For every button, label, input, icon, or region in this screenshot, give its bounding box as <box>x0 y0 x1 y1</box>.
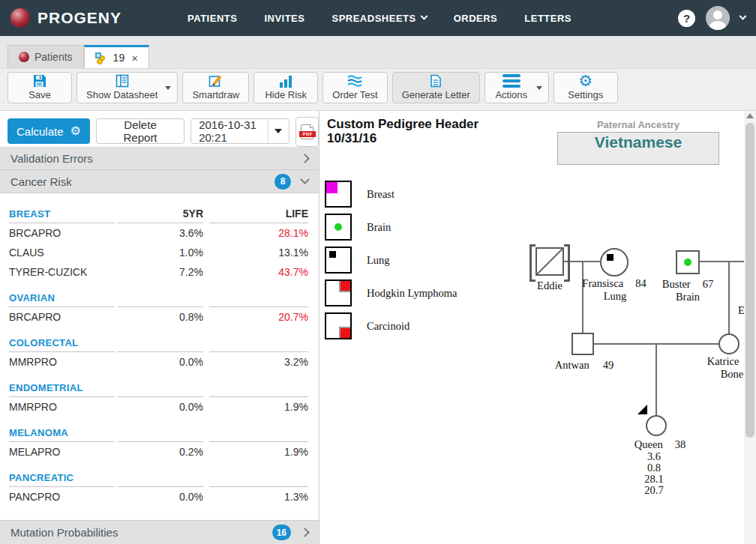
person-antwan-label: Antwan49 <box>543 359 626 372</box>
smartdraw-button[interactable]: Smartdraw <box>182 72 249 103</box>
floppy-disk-icon <box>33 74 46 88</box>
order-test-button[interactable]: Order Test <box>322 72 387 103</box>
vertical-scrollbar[interactable] <box>744 111 756 544</box>
document-icon <box>430 74 442 88</box>
datasheet-icon <box>116 74 129 88</box>
table-row: CLAUS 1.0% 13.1% <box>9 243 308 262</box>
patients-tab-icon <box>19 52 29 62</box>
report-date-value: 2016-10-31 20:21 <box>199 118 261 144</box>
legend-item-brain: Brain <box>325 214 391 241</box>
hodgkin-symbol-icon <box>325 279 352 306</box>
tab-patients[interactable]: Patients <box>8 45 84 68</box>
tab-strip: Patients 19 × <box>0 36 756 69</box>
paternal-ancestry-label: Paternal Ancestry <box>557 119 719 130</box>
tab-pedigree-19[interactable]: 19 × <box>84 45 149 68</box>
account-chevron-down-icon[interactable] <box>740 12 747 19</box>
scroll-up-arrow-icon[interactable] <box>746 113 754 118</box>
actions-button[interactable]: Actions <box>484 72 549 103</box>
descent-line-to-queen <box>656 344 657 415</box>
divider <box>268 119 268 143</box>
person-queen-label: Queen38 <box>622 438 698 451</box>
person-buster-symbol[interactable] <box>676 250 700 274</box>
user-avatar[interactable] <box>706 6 730 30</box>
pencil-edit-icon <box>208 74 223 88</box>
adoption-bracket-right-icon <box>564 244 570 282</box>
dropdown-arrow-icon <box>274 129 282 133</box>
dropdown-arrow-icon <box>536 86 542 90</box>
legend-item-hodgkin-lymphoma: Hodgkin Lymphoma <box>325 279 457 306</box>
nav-letters[interactable]: LETTERS <box>524 13 572 24</box>
risk-group-pancreatic: PANCREATIC PANCPRO 0.0% 1.3% <box>9 468 308 507</box>
scrollbar-thumb[interactable] <box>746 123 754 438</box>
person-katrice-label: Katrice <box>700 355 746 368</box>
person-fransisca-label: Fransisca84 <box>573 277 656 290</box>
close-tab-icon[interactable]: × <box>131 52 138 64</box>
pedigree-canvas[interactable]: Custom Pedigree Header 10/31/16 Paternal… <box>320 111 756 544</box>
chevron-right-icon <box>300 154 310 163</box>
risk-report-panel: Calculate ⚙ Delete Report 2016-10-31 20:… <box>0 111 320 544</box>
delete-report-button[interactable]: Delete Report <box>96 118 184 144</box>
deceased-slash-icon <box>536 247 564 276</box>
chevron-down-icon <box>300 175 310 184</box>
person-fransisca-symbol[interactable] <box>600 248 628 276</box>
nav-orders[interactable]: ORDERS <box>454 13 498 24</box>
brain-fill-icon <box>684 259 692 266</box>
risk-group-melanoma: MELANOMA MELAPRO 0.2% 1.9% <box>9 423 308 462</box>
group-header-row: BREAST 5YR LIFE <box>9 204 308 223</box>
queen-risk-value: 20.7 <box>628 484 680 497</box>
paternal-ancestry-box: Vietnamese <box>557 132 719 165</box>
gear-icon: ⚙ <box>70 125 81 137</box>
person-eddie-label: Eddie <box>532 279 567 292</box>
risk-group-colorectal: COLORECTAL MMRPRO 0.0% 3.2% <box>9 333 308 372</box>
table-row: MMRPRO 0.0% 1.9% <box>9 397 308 417</box>
table-row: BRCAPRO 0.8% 20.7% <box>9 307 308 327</box>
calculate-button[interactable]: Calculate ⚙ <box>8 118 90 144</box>
help-icon[interactable]: ? <box>678 10 695 27</box>
top-navigation-bar: PROGENY PATIENTS INVITES SPREADSHEETS OR… <box>0 0 756 36</box>
nav-invites[interactable]: INVITES <box>264 13 304 24</box>
group-header-row: COLORECTAL <box>9 333 308 352</box>
settings-button[interactable]: ⚙ Settings <box>554 72 618 103</box>
person-fransisca-condition: Lung <box>588 290 642 303</box>
adoption-bracket-left-icon <box>530 244 536 282</box>
save-button[interactable]: Save <box>8 72 72 103</box>
risk-group-ovarian: OVARIAN BRCAPRO 0.8% 20.7% <box>9 288 308 327</box>
legend-item-breast: Breast <box>325 181 394 208</box>
person-antwan-symbol[interactable] <box>572 333 594 355</box>
nav-patients[interactable]: PATIENTS <box>188 13 237 24</box>
group-header-row: ENDOMETRIAL <box>9 378 308 397</box>
legend-item-carcinoid: Carcinoid <box>325 312 410 339</box>
pedigree-tab-icon <box>95 52 108 64</box>
risk-group-breast: BREAST 5YR LIFE BRCAPRO 3.6% 28.1% CLAUS… <box>9 204 308 282</box>
proband-arrow-icon <box>638 405 647 414</box>
menu-bars-icon <box>502 74 520 88</box>
person-katrice-symbol[interactable] <box>718 333 740 354</box>
nav-spreadsheets[interactable]: SPREADSHEETS <box>332 13 426 24</box>
main-nav: PATIENTS INVITES SPREADSHEETS ORDERS LET… <box>188 13 572 24</box>
pedigree-header: Custom Pedigree Header 10/31/16 <box>327 117 478 145</box>
hide-risk-button[interactable]: Hide Risk <box>254 72 318 103</box>
person-eddie-symbol[interactable] <box>536 247 564 276</box>
lung-symbol-icon <box>325 247 352 273</box>
section-cancer-risk[interactable]: Cancer Risk 8 <box>0 170 319 193</box>
progeny-logo-icon <box>10 8 30 28</box>
person-buster-condition: Brain <box>661 291 715 303</box>
person-queen-symbol[interactable] <box>646 415 667 436</box>
section-mutation-probabilities[interactable]: Mutation Probabilities 16 <box>0 520 319 544</box>
chevron-down-icon <box>420 12 428 19</box>
carcinoid-symbol-icon <box>325 312 352 339</box>
waves-icon <box>347 74 362 88</box>
pedigree-toolbar: Save Show Datasheet Smartdraw Hide Risk … <box>0 69 756 111</box>
descent-line-to-antwan <box>582 262 584 333</box>
export-pdf-button[interactable]: PDF <box>296 117 319 147</box>
table-row: MELAPRO 0.2% 1.9% <box>9 442 308 462</box>
lung-fill-icon <box>607 254 614 261</box>
avatar-body-icon <box>710 21 726 30</box>
breast-symbol-icon <box>325 181 352 208</box>
dropdown-arrow-icon <box>165 86 171 90</box>
report-date-select[interactable]: 2016-10-31 20:21 <box>190 118 290 144</box>
show-datasheet-button[interactable]: Show Datasheet <box>76 72 178 103</box>
generate-letter-button[interactable]: Generate Letter <box>392 72 480 103</box>
section-validation-errors[interactable]: Validation Errors <box>0 147 319 170</box>
gear-icon: ⚙ <box>578 74 592 88</box>
